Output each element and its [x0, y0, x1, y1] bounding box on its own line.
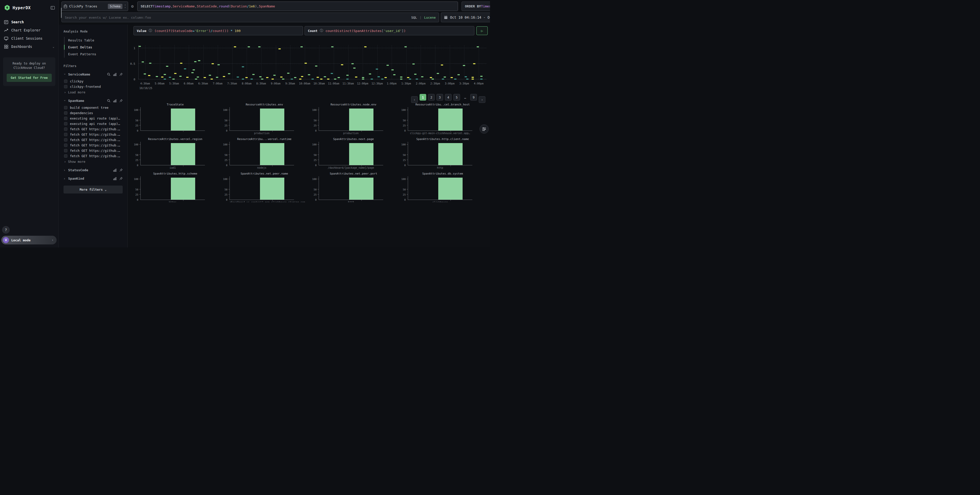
- event-deltas-chart[interactable]: 10.50 4:30am5:00am5:30am6:00am6:30am7:00…: [127, 40, 488, 90]
- data-point[interactable]: [454, 79, 457, 79]
- checkbox[interactable]: [64, 149, 67, 152]
- data-point[interactable]: [204, 77, 206, 78]
- mini-chart-bar[interactable]: [438, 108, 463, 130]
- data-point[interactable]: [480, 76, 482, 77]
- chevron-icon[interactable]: ›: [63, 73, 67, 76]
- scrollbar-thumb[interactable]: [61, 8, 62, 18]
- data-point[interactable]: [327, 79, 329, 79]
- data-point[interactable]: [142, 62, 144, 62]
- data-point[interactable]: [272, 79, 274, 79]
- data-point[interactable]: [355, 76, 357, 78]
- filter-checkbox-item[interactable]: clickpy-frontend: [64, 84, 123, 89]
- data-point[interactable]: [218, 64, 220, 65]
- mini-chart-bar[interactable]: [171, 108, 195, 130]
- data-point[interactable]: [273, 75, 275, 76]
- attribute-bar-chart[interactable]: SpanAttributes.http.client.name 10050250…: [399, 138, 486, 171]
- tab-event-patterns[interactable]: Event Patterns: [65, 51, 123, 57]
- data-point[interactable]: [400, 76, 402, 78]
- data-point[interactable]: [248, 46, 250, 48]
- data-point[interactable]: [172, 79, 175, 79]
- data-point[interactable]: [144, 73, 146, 75]
- data-point[interactable]: [301, 76, 303, 77]
- filter-settings-floating-button[interactable]: [479, 124, 489, 133]
- checkbox[interactable]: [64, 117, 67, 120]
- data-point[interactable]: [280, 76, 283, 78]
- chevron-icon[interactable]: ›: [64, 168, 66, 172]
- data-point[interactable]: [242, 66, 244, 67]
- filter-checkbox-item[interactable]: fetch GET https://github.…: [64, 153, 123, 159]
- checkbox[interactable]: [64, 85, 67, 88]
- data-point[interactable]: [209, 75, 211, 76]
- mini-chart-bar[interactable]: [438, 178, 463, 200]
- data-point[interactable]: [252, 74, 255, 75]
- data-point[interactable]: [315, 65, 317, 67]
- data-point[interactable]: [331, 73, 333, 74]
- help-button[interactable]: ?: [2, 226, 10, 234]
- pagination-page-3[interactable]: 3: [436, 94, 443, 101]
- data-point[interactable]: [287, 73, 290, 74]
- chevron-icon[interactable]: ›: [64, 177, 66, 181]
- data-point[interactable]: [377, 76, 380, 77]
- data-point[interactable]: [174, 73, 177, 74]
- filter-checkbox-item[interactable]: dependencies: [64, 110, 123, 116]
- order-by-input[interactable]: ORDER BY Timestamp DESC: [461, 2, 490, 11]
- data-point[interactable]: [457, 74, 460, 75]
- data-point[interactable]: [364, 46, 366, 48]
- data-point[interactable]: [282, 79, 284, 79]
- filter-checkbox-item[interactable]: build component tree: [64, 105, 123, 110]
- attribute-bar-chart[interactable]: SpanAttributes.net.peer.port 10050250 84…: [310, 172, 397, 202]
- sidebar-collapse-icon[interactable]: [51, 6, 55, 10]
- data-point[interactable]: [362, 79, 364, 79]
- data-point[interactable]: [228, 73, 230, 74]
- data-point[interactable]: [212, 63, 214, 64]
- filter-checkbox-item[interactable]: executing api route (app)…: [64, 121, 123, 127]
- data-point[interactable]: [416, 79, 418, 79]
- mini-chart-bar[interactable]: [260, 108, 284, 130]
- attribute-bar-chart[interactable]: SpanAttributes.net.peer.name 10050250 z5…: [221, 172, 308, 202]
- lucene-mode-toggle[interactable]: Lucene: [424, 16, 436, 19]
- data-point[interactable]: [237, 76, 239, 78]
- filter-checkbox-item[interactable]: fetch GET https://github.…: [64, 143, 123, 148]
- filter-checkbox-item[interactable]: fetch GET https://github.…: [64, 127, 123, 132]
- data-point[interactable]: [346, 75, 348, 76]
- chart-plot-area[interactable]: [138, 45, 487, 79]
- mini-chart-bar[interactable]: [349, 143, 374, 165]
- data-point[interactable]: [431, 79, 434, 79]
- select-clause-input[interactable]: SELECT Timestamp, ServiceName, StatusCod…: [137, 2, 458, 11]
- attribute-bar-chart[interactable]: ResourceAttributes.node.env 10050250 pro…: [310, 103, 397, 137]
- pin-icon[interactable]: [119, 168, 123, 172]
- filter-group-more[interactable]: › Load more: [64, 90, 123, 94]
- data-point[interactable]: [337, 77, 340, 78]
- data-point[interactable]: [369, 73, 371, 75]
- data-point[interactable]: [184, 68, 186, 69]
- checkbox[interactable]: [64, 122, 67, 125]
- bar-chart-icon[interactable]: [113, 169, 116, 172]
- data-point[interactable]: [441, 65, 443, 65]
- data-point[interactable]: [180, 63, 182, 64]
- data-point[interactable]: [301, 46, 303, 48]
- data-point[interactable]: [352, 63, 354, 64]
- pagination-page-5[interactable]: 5: [453, 94, 460, 101]
- data-point[interactable]: [266, 77, 269, 78]
- data-point[interactable]: [466, 79, 468, 79]
- filter-checkbox-item[interactable]: clickpy: [64, 79, 123, 84]
- data-point[interactable]: [245, 77, 248, 78]
- bar-chart-icon[interactable]: [113, 99, 116, 102]
- data-point[interactable]: [320, 79, 323, 79]
- tab-event-deltas[interactable]: Event Deltas: [65, 44, 123, 51]
- value-expression-input[interactable]: Value ⓘ (countIf(StatusCode='Error')/cou…: [134, 26, 303, 35]
- data-point[interactable]: [242, 79, 244, 79]
- time-range-picker[interactable]: Oct 10 04:16:14 - Oct 10 16:16:14: [441, 13, 490, 22]
- data-point[interactable]: [179, 76, 181, 77]
- pagination-page-9[interactable]: 9: [470, 94, 477, 101]
- checkbox[interactable]: [64, 106, 67, 109]
- data-point[interactable]: [477, 46, 479, 48]
- checkbox[interactable]: [64, 154, 67, 158]
- pagination-next[interactable]: ›: [479, 96, 485, 103]
- attribute-bar-chart[interactable]: ResourceAttribu...vercel.runtime 1005025…: [221, 138, 308, 171]
- mini-chart-bar[interactable]: [438, 143, 463, 165]
- attribute-bar-chart[interactable]: SpanAttributes.db.system 10050250 clickh…: [399, 172, 486, 202]
- data-point[interactable]: [195, 79, 197, 79]
- filter-checkbox-item[interactable]: fetch GET https://github.…: [64, 137, 123, 143]
- data-point[interactable]: [156, 76, 158, 77]
